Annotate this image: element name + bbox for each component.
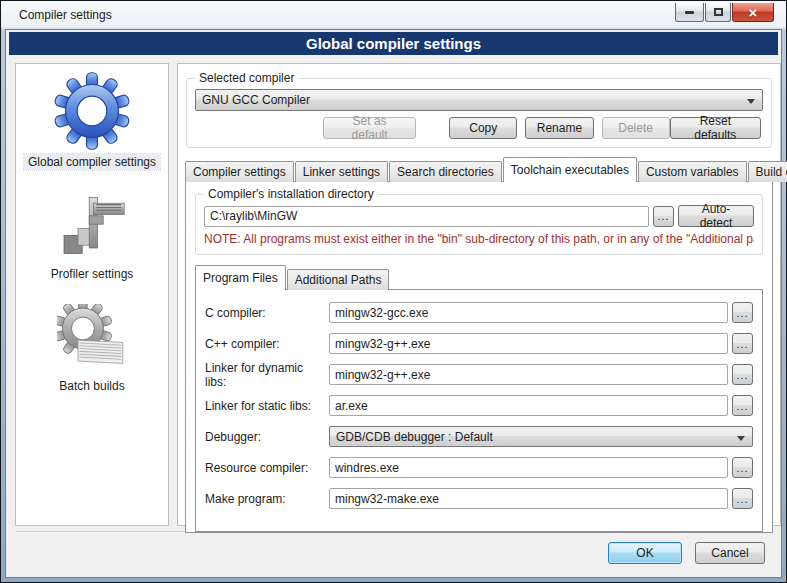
toolchain-executables-panel: Compiler's installation directory ... Au… <box>185 181 773 533</box>
linker-dynamic-input[interactable] <box>329 364 728 385</box>
auto-detect-button[interactable]: Auto-detect <box>678 205 754 227</box>
compiler-select[interactable]: GNU GCC Compiler <box>195 89 763 111</box>
browse-resource-compiler-button[interactable]: ... <box>732 457 753 478</box>
tab-additional-paths[interactable]: Additional Paths <box>287 269 390 290</box>
footer-buttons: OK Cancel <box>608 542 765 564</box>
dialog-content: Global compiler settings Global compiler… <box>5 29 782 578</box>
cpp-compiler-input[interactable] <box>329 333 728 354</box>
field-label: C compiler: <box>205 306 325 320</box>
compiler-select-value: GNU GCC Compiler <box>202 93 310 107</box>
linker-static-input[interactable] <box>329 395 728 416</box>
tab-label: Build options <box>756 165 787 179</box>
maximize-icon <box>714 8 723 16</box>
make-program-input[interactable] <box>329 488 728 509</box>
set-as-default-button[interactable]: Set as default <box>323 117 416 139</box>
field-row-c-compiler: C compiler: ... <box>205 302 753 323</box>
copy-button[interactable]: Copy <box>449 117 517 139</box>
selected-compiler-group: Selected compiler GNU GCC Compiler Set a… <box>186 78 772 148</box>
main-panel: Selected compiler GNU GCC Compiler Set a… <box>177 63 781 526</box>
settings-tabstrip: Compiler settings Linker settings Search… <box>185 157 773 182</box>
sidebar-item-profiler-settings[interactable]: Profiler settings <box>47 178 138 282</box>
minimize-button[interactable] <box>675 3 704 22</box>
sidebar-item-global-compiler-settings[interactable]: Global compiler settings <box>24 72 160 170</box>
field-label: Make program: <box>205 492 325 506</box>
caliper-icon <box>57 192 127 262</box>
close-button[interactable]: × <box>732 3 774 22</box>
tab-label: Additional Paths <box>295 273 382 287</box>
tab-search-directories[interactable]: Search directories <box>389 161 502 182</box>
window-title: Compiler settings <box>19 8 112 22</box>
bin-subdirectory-note: NOTE: All programs must exist either in … <box>204 232 754 246</box>
field-row-make-program: Make program: ... <box>205 488 753 509</box>
sidebar-item-batch-builds[interactable]: Batch builds <box>55 290 128 394</box>
group-legend: Selected compiler <box>195 71 298 85</box>
group-legend: Compiler's installation directory <box>204 187 378 201</box>
debugger-select-value: GDB/CDB debugger : Default <box>336 430 493 444</box>
field-label: Linker for static libs: <box>205 399 325 413</box>
tab-compiler-settings[interactable]: Compiler settings <box>185 161 294 182</box>
tab-label: Linker settings <box>303 165 380 179</box>
cancel-button[interactable]: Cancel <box>695 542 765 564</box>
sidebar-item-label: Profiler settings <box>47 266 138 282</box>
titlebar[interactable]: Compiler settings × <box>5 1 782 29</box>
sidebar-item-label: Global compiler settings <box>24 154 160 170</box>
browse-cpp-compiler-button[interactable]: ... <box>732 333 753 354</box>
chevron-down-icon <box>747 99 755 104</box>
compiler-buttons-row: Set as default Copy Rename Delete Reset … <box>195 117 763 139</box>
c-compiler-input[interactable] <box>329 302 728 323</box>
delete-button[interactable]: Delete <box>602 117 670 139</box>
tab-toolchain-executables[interactable]: Toolchain executables <box>503 157 637 182</box>
page-title: Global compiler settings <box>9 32 778 55</box>
grey-gear-stack-icon <box>57 304 127 374</box>
tab-label: Program Files <box>203 271 278 285</box>
tab-program-files[interactable]: Program Files <box>195 265 286 290</box>
window-controls: × <box>674 3 774 22</box>
installation-directory-input[interactable] <box>204 206 649 227</box>
maximize-button[interactable] <box>705 3 731 22</box>
field-label: Linker for dynamic libs: <box>205 361 325 389</box>
blue-gear-icon <box>53 72 131 150</box>
browse-make-program-button[interactable]: ... <box>732 488 753 509</box>
sidebar-item-label: Batch builds <box>55 378 128 394</box>
debugger-select[interactable]: GDB/CDB debugger : Default <box>329 426 753 447</box>
tab-custom-variables[interactable]: Custom variables <box>638 161 747 182</box>
rename-button[interactable]: Rename <box>525 117 593 139</box>
field-label: Resource compiler: <box>205 461 325 475</box>
browse-c-compiler-button[interactable]: ... <box>732 302 753 323</box>
chevron-down-icon <box>737 436 745 441</box>
tab-label: Compiler settings <box>193 165 286 179</box>
tab-linker-settings[interactable]: Linker settings <box>295 161 388 182</box>
browse-directory-button[interactable]: ... <box>653 206 674 227</box>
program-files-tabstrip: Program Files Additional Paths <box>195 267 763 290</box>
field-label: Debugger: <box>205 430 325 444</box>
installation-directory-group: Compiler's installation directory ... Au… <box>195 194 763 255</box>
tab-label: Toolchain executables <box>511 163 629 177</box>
browse-linker-dynamic-button[interactable]: ... <box>732 364 753 385</box>
field-row-debugger: Debugger: GDB/CDB debugger : Default <box>205 426 753 447</box>
resource-compiler-input[interactable] <box>329 457 728 478</box>
compiler-settings-dialog: Compiler settings × Global compiler sett… <box>0 0 787 583</box>
ok-button[interactable]: OK <box>608 542 682 564</box>
field-label: C++ compiler: <box>205 337 325 351</box>
tab-build-options[interactable]: Build options <box>748 161 787 182</box>
field-row-resource-compiler: Resource compiler: ... <box>205 457 753 478</box>
reset-defaults-button[interactable]: Reset defaults <box>670 117 761 139</box>
installation-directory-row: ... Auto-detect <box>204 205 754 227</box>
tab-label: Search directories <box>397 165 494 179</box>
field-row-linker-dynamic: Linker for dynamic libs: ... <box>205 364 753 385</box>
browse-linker-static-button[interactable]: ... <box>732 395 753 416</box>
field-row-linker-static: Linker for static libs: ... <box>205 395 753 416</box>
settings-category-sidebar: Global compiler settings Profiler settin… <box>15 63 169 526</box>
minimize-icon <box>685 11 694 14</box>
close-icon: × <box>749 5 758 20</box>
tab-label: Custom variables <box>646 165 739 179</box>
program-files-panel: C compiler: ... C++ compiler: ... Linker… <box>195 289 763 532</box>
field-row-cpp-compiler: C++ compiler: ... <box>205 333 753 354</box>
